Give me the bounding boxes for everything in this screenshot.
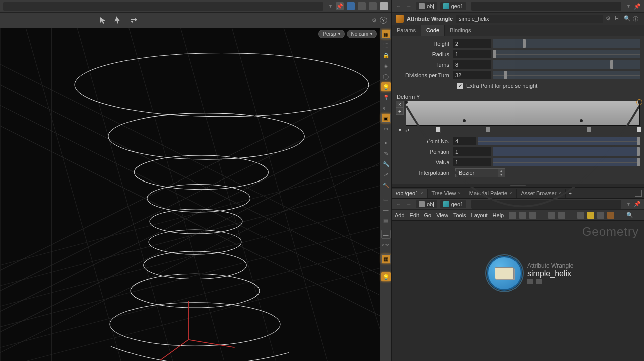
hda-icon[interactable]: H bbox=[615, 15, 622, 22]
tag-icon[interactable]: 🏷 bbox=[381, 103, 391, 112]
pointno-slider[interactable] bbox=[478, 137, 640, 145]
pin-icon[interactable]: 📌 bbox=[336, 2, 344, 10]
height-input[interactable] bbox=[453, 39, 491, 48]
node-simple-helix[interactable]: Attribute Wrangle simple_helix bbox=[487, 256, 574, 291]
svg-line-34 bbox=[160, 340, 189, 360]
flag-icon[interactable] bbox=[527, 279, 533, 284]
wire-icon[interactable]: ⬚ bbox=[381, 40, 391, 49]
back-icon[interactable]: ← bbox=[395, 3, 402, 9]
viewport-3d-view[interactable]: Persp No cam ▦ ⬚ 🔒 ◈ ◯ 💡 📍 🏷 ▣ ✂ • ✎ 🔧 ⤢… bbox=[0, 28, 391, 361]
radius-slider[interactable] bbox=[493, 50, 640, 58]
divs-input[interactable] bbox=[453, 71, 491, 79]
height-label: Height bbox=[396, 41, 453, 47]
viewport-toolbar: ⚙ ? bbox=[0, 13, 391, 28]
dropdown-arrow-icon[interactable]: ▼ bbox=[328, 4, 333, 9]
path-segment-geo1[interactable]: geo1 bbox=[440, 2, 466, 10]
svg-line-0 bbox=[0, 100, 391, 358]
tab-code[interactable]: Code bbox=[421, 25, 445, 36]
help-icon[interactable]: ? bbox=[380, 17, 387, 24]
viewport-right-toolbar: ▦ ⬚ 🔒 ◈ ◯ 💡 📍 🏷 ▣ ✂ • ✎ 🔧 ⤢ 🔨 ▭ — ▤ ▬ ab… bbox=[380, 28, 391, 361]
swap-icon[interactable] bbox=[130, 16, 138, 24]
scale-icon[interactable]: ⤢ bbox=[381, 170, 391, 179]
brush-icon[interactable]: ✎ bbox=[381, 149, 391, 158]
camera-dropdown[interactable]: No cam bbox=[347, 30, 377, 38]
search-icon[interactable]: 🔍 bbox=[624, 15, 631, 22]
tab-params[interactable]: Params bbox=[392, 25, 421, 36]
svg-point-31 bbox=[110, 303, 280, 346]
turns-slider[interactable] bbox=[493, 60, 640, 69]
scissor-icon[interactable]: ✂ bbox=[381, 124, 391, 133]
deform-y-ramp[interactable] bbox=[406, 101, 640, 126]
chevron-down-icon[interactable]: ▼ bbox=[398, 128, 402, 133]
img-icon[interactable]: ▦ bbox=[381, 254, 391, 263]
viewport-dropdown[interactable] bbox=[3, 2, 323, 11]
perspective-dropdown[interactable]: Persp bbox=[318, 30, 344, 38]
svg-line-2 bbox=[0, 59, 391, 317]
lock-icon[interactable]: 🔒 bbox=[381, 51, 391, 60]
path-dropdown-icon[interactable]: ▼ bbox=[626, 4, 631, 9]
position-slider[interactable] bbox=[493, 147, 640, 156]
svg-line-14 bbox=[0, 183, 391, 286]
light-icon[interactable]: 💡 bbox=[381, 82, 391, 91]
ruler-icon[interactable]: — bbox=[381, 205, 391, 214]
svg-line-12 bbox=[0, 224, 391, 327]
nav-icon[interactable]: ◈ bbox=[381, 61, 391, 70]
wrench-icon[interactable]: 🔧 bbox=[381, 159, 391, 168]
select-icon[interactable] bbox=[99, 16, 107, 24]
doc-icon[interactable]: ▭ bbox=[381, 195, 391, 204]
tool-icon-2[interactable] bbox=[369, 2, 377, 10]
panel-splitter[interactable] bbox=[392, 184, 644, 187]
note-icon[interactable]: ▤ bbox=[381, 216, 391, 225]
display-options-icon[interactable]: ⚙ bbox=[372, 17, 377, 24]
hammer-icon[interactable]: 🔨 bbox=[381, 180, 391, 190]
radius-label: Radius bbox=[396, 51, 453, 57]
ramp-add-button[interactable]: + bbox=[396, 108, 404, 115]
flag-icon[interactable] bbox=[536, 279, 542, 284]
tab-bindings[interactable]: Bindings bbox=[445, 25, 476, 36]
forward-icon[interactable]: → bbox=[405, 3, 413, 9]
divs-slider[interactable] bbox=[493, 71, 640, 79]
scope-icon[interactable] bbox=[347, 2, 355, 10]
svg-point-24 bbox=[108, 113, 305, 159]
height-slider[interactable] bbox=[493, 39, 640, 48]
tool-icon-3[interactable] bbox=[380, 2, 388, 10]
svg-line-21 bbox=[232, 28, 335, 361]
info-icon[interactable]: ⓘ bbox=[633, 15, 640, 22]
abc-icon[interactable]: abc bbox=[381, 240, 391, 249]
back-icon[interactable]: ← bbox=[395, 201, 402, 207]
turns-input[interactable] bbox=[453, 60, 491, 69]
gear-icon[interactable]: ⚙ bbox=[606, 15, 613, 22]
tool-icon-1[interactable] bbox=[358, 2, 366, 10]
svg-line-6 bbox=[0, 80, 391, 337]
ramp-delete-button[interactable]: × bbox=[396, 101, 404, 108]
svg-line-33 bbox=[188, 340, 234, 347]
node-name-label: simple_helix bbox=[527, 269, 574, 278]
move-icon[interactable] bbox=[114, 16, 122, 24]
extra-point-checkbox[interactable]: ✔ bbox=[457, 83, 463, 89]
svg-line-7 bbox=[0, 100, 391, 358]
rect-icon[interactable]: ▬ bbox=[381, 230, 391, 239]
info-icon[interactable]: 💡 bbox=[381, 272, 391, 281]
value-slider[interactable] bbox=[493, 158, 640, 166]
menu-add[interactable]: Add bbox=[395, 212, 405, 218]
svg-point-23 bbox=[75, 53, 369, 116]
context-label: Geometry bbox=[582, 225, 639, 239]
globe-icon[interactable]: ◯ bbox=[381, 72, 391, 81]
network-view[interactable]: Geometry Attribute Wrangle simple_helix bbox=[392, 221, 644, 361]
svg-line-18 bbox=[77, 28, 181, 361]
svg-line-13 bbox=[0, 203, 391, 306]
node-name-input[interactable]: simple_helix bbox=[456, 15, 603, 23]
shading-icon[interactable]: ▦ bbox=[381, 30, 391, 39]
ramp-marker-track[interactable] bbox=[438, 127, 639, 134]
mat-icon[interactable]: ▣ bbox=[381, 114, 391, 123]
path-segment-obj[interactable]: obj bbox=[416, 2, 437, 10]
divs-label: Divisions per Turn bbox=[396, 72, 453, 78]
pin-panel-icon[interactable]: 📌 bbox=[634, 3, 641, 10]
pin2-icon[interactable]: 📍 bbox=[381, 93, 391, 102]
geo-icon bbox=[443, 3, 449, 9]
dot-icon[interactable]: • bbox=[381, 138, 391, 147]
turns-label: Turns bbox=[396, 62, 453, 68]
path-input[interactable] bbox=[471, 2, 621, 11]
radius-input[interactable] bbox=[453, 50, 491, 58]
svg-point-27 bbox=[150, 209, 242, 234]
